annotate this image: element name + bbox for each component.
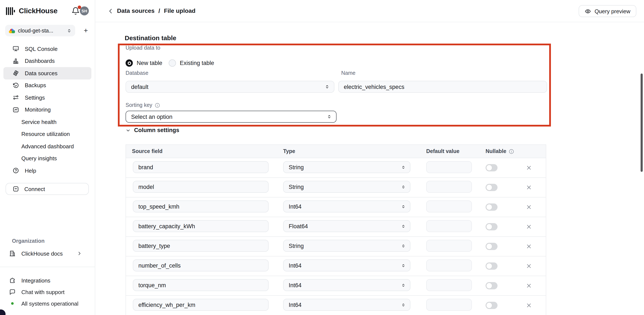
nullable-toggle[interactable] <box>486 184 498 191</box>
nullable-toggle[interactable] <box>486 282 498 289</box>
sidebar-item-settings[interactable]: Settings <box>4 92 92 104</box>
default-value-input[interactable] <box>426 200 472 212</box>
remove-column-icon[interactable] <box>526 204 532 210</box>
sidebar-item-system-status[interactable]: All systems operational <box>4 297 92 309</box>
header-source-field: Source field <box>132 148 162 154</box>
sidebar-item-query-insights[interactable]: Query insights <box>4 152 92 165</box>
add-service-button[interactable]: + <box>80 25 92 36</box>
back-chevron-icon[interactable] <box>107 7 114 15</box>
type-select[interactable]: String <box>283 161 410 173</box>
source-field-input[interactable] <box>133 299 268 311</box>
query-preview-button[interactable]: Query preview <box>579 5 636 17</box>
type-select[interactable]: Int64 <box>283 279 410 291</box>
source-field-input[interactable] <box>133 259 268 271</box>
connect-button[interactable]: Connect <box>6 183 89 195</box>
table-row: String <box>126 177 546 197</box>
settings-sliders-icon <box>12 94 19 101</box>
nullable-toggle[interactable] <box>486 203 498 211</box>
breadcrumb-file-upload[interactable]: File upload <box>164 7 196 14</box>
type-select[interactable]: Float64 <box>283 220 410 232</box>
source-field-input[interactable] <box>133 161 268 173</box>
clickhouse-logo-icon <box>6 7 15 15</box>
nullable-toggle[interactable] <box>486 243 498 250</box>
chevron-updown-icon <box>401 204 406 209</box>
column-settings-toggle[interactable]: Column settings <box>126 127 179 133</box>
help-icon <box>12 167 19 174</box>
default-value-input[interactable] <box>426 220 472 232</box>
chevron-updown-icon <box>324 84 330 89</box>
chevron-down-icon <box>126 128 131 133</box>
info-icon <box>154 102 160 108</box>
table-row: String <box>126 158 546 177</box>
source-field-input[interactable] <box>133 240 268 252</box>
sidebar-item-chat-support[interactable]: Chat with support <box>4 286 92 298</box>
sidebar-nav: SQL Console Dashboards Data sources Back… <box>0 43 95 177</box>
radio-selected-icon[interactable] <box>126 59 133 67</box>
default-value-input[interactable] <box>426 240 472 252</box>
default-value-input[interactable] <box>426 259 472 271</box>
type-select[interactable]: Int64 <box>283 259 410 271</box>
column-settings-table: Source field Type Default value Nullable… <box>126 144 546 315</box>
breadcrumb-data-sources[interactable]: Data sources <box>117 7 154 14</box>
status-green-dot-icon <box>11 302 14 305</box>
sidebar-item-sql-console[interactable]: SQL Console <box>4 43 92 55</box>
default-value-input[interactable] <box>426 181 472 193</box>
table-body: String String <box>126 158 546 315</box>
nullable-toggle[interactable] <box>486 223 498 230</box>
sidebar-item-clickhouse-docs[interactable]: ClickHouse docs <box>4 247 92 259</box>
chevron-updown-icon <box>401 184 406 189</box>
sorting-key-select[interactable]: Select an option <box>126 111 336 123</box>
table-header: Source field Type Default value Nullable <box>126 145 546 158</box>
sidebar-item-backups[interactable]: Backups <box>4 79 92 92</box>
sidebar-item-monitoring[interactable]: Monitoring <box>4 104 92 116</box>
vertical-scrollbar-thumb[interactable] <box>640 74 643 172</box>
remove-column-icon[interactable] <box>526 302 532 308</box>
sidebar-item-data-sources[interactable]: Data sources <box>4 67 92 79</box>
chevron-updown-icon <box>401 165 406 169</box>
table-name-input[interactable] <box>338 81 547 93</box>
sidebar-item-advanced-dashboard[interactable]: Advanced dashboard <box>4 140 92 152</box>
brand-name: ClickHouse <box>19 7 58 15</box>
nullable-toggle[interactable] <box>486 262 498 270</box>
type-select[interactable]: Int64 <box>283 200 410 212</box>
default-value-input[interactable] <box>426 161 472 173</box>
sidebar-divider <box>0 267 95 267</box>
type-select[interactable]: String <box>283 240 410 252</box>
remove-column-icon[interactable] <box>526 165 532 171</box>
service-selector[interactable]: cloud-get-sta... <box>5 25 75 36</box>
chevron-updown-icon <box>401 283 406 287</box>
avatar[interactable]: SH <box>80 7 89 15</box>
source-field-input[interactable] <box>133 220 268 232</box>
source-field-input[interactable] <box>133 181 268 193</box>
source-field-input[interactable] <box>133 279 268 291</box>
corner-widget <box>0 309 6 315</box>
sidebar-item-dashboards[interactable]: Dashboards <box>4 55 92 67</box>
remove-column-icon[interactable] <box>526 282 532 289</box>
default-value-input[interactable] <box>426 279 472 291</box>
sidebar: ClickHouse SH cloud-get-st <box>0 0 95 315</box>
table-row: Int64 <box>126 197 546 217</box>
notifications-bell-icon[interactable] <box>71 7 80 15</box>
type-select[interactable]: Int64 <box>283 299 410 311</box>
integrations-puzzle-icon <box>9 277 16 284</box>
sidebar-item-service-health[interactable]: Service health <box>4 116 92 128</box>
type-select[interactable]: String <box>283 181 410 193</box>
radio-new-table[interactable]: New table <box>126 59 162 67</box>
remove-column-icon[interactable] <box>526 243 532 250</box>
remove-column-icon[interactable] <box>526 263 532 269</box>
database-select[interactable]: default <box>126 81 334 93</box>
radio-existing-table[interactable]: Existing table <box>169 59 214 67</box>
radio-unselected-icon[interactable] <box>169 59 176 67</box>
nullable-toggle[interactable] <box>486 164 498 171</box>
source-field-input[interactable] <box>133 200 268 212</box>
backups-icon <box>12 82 19 89</box>
table-row: Float64 <box>126 217 546 236</box>
remove-column-icon[interactable] <box>526 184 532 191</box>
sidebar-item-resource-utilization[interactable]: Resource utilization <box>4 128 92 140</box>
remove-column-icon[interactable] <box>526 223 532 230</box>
nullable-toggle[interactable] <box>486 302 498 309</box>
default-value-input[interactable] <box>426 299 472 311</box>
data-sources-icon <box>12 70 19 77</box>
sidebar-item-integrations[interactable]: Integrations <box>4 274 92 286</box>
sidebar-item-help[interactable]: Help <box>4 165 92 177</box>
